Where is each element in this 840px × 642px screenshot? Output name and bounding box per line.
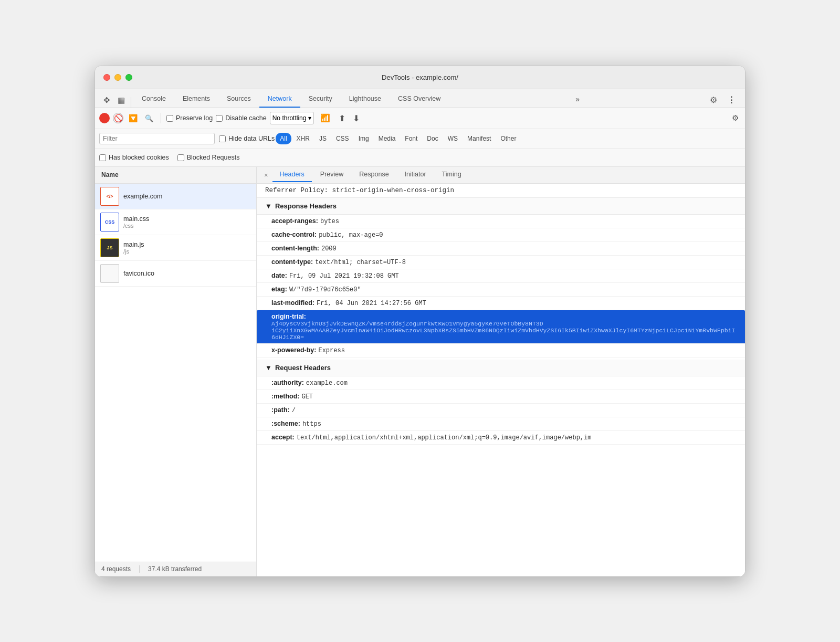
- disable-cache-label: Disable cache: [225, 114, 267, 122]
- hide-data-urls-checkbox[interactable]: [219, 135, 226, 142]
- layout-tool-button[interactable]: ▦: [114, 93, 129, 108]
- request-path-main-css: /css: [123, 223, 251, 229]
- hide-data-urls-text: Hide data URLs: [228, 135, 275, 142]
- right-tab-initiator[interactable]: Initiator: [397, 167, 434, 182]
- title-bar: DevTools - example.com/: [95, 66, 745, 89]
- menu-button[interactable]: ⋮: [724, 93, 739, 108]
- header-val-scheme: https: [302, 420, 321, 428]
- filter-chip-ws[interactable]: WS: [444, 133, 462, 144]
- header-key-method: :method:: [271, 393, 299, 400]
- header-etag: etag: W/"7d9-179d76c65e0": [257, 283, 745, 297]
- filter-chip-doc[interactable]: Doc: [423, 133, 442, 144]
- header-val-origin-trial: Aj4DysCv3VjknU3jJvkDEwnQZK/vmse4rdd8jZog…: [271, 320, 737, 341]
- header-val-authority: example.com: [306, 380, 348, 387]
- wifi-icon-button[interactable]: 📶: [317, 111, 333, 125]
- filter-chip-xhr[interactable]: XHR: [292, 133, 314, 144]
- filter-chip-media[interactable]: Media: [374, 133, 400, 144]
- download-button[interactable]: ⬇: [351, 112, 362, 124]
- has-blocked-cookies-label[interactable]: Has blocked cookies: [99, 154, 169, 161]
- header-key-accept: accept:: [271, 434, 295, 441]
- left-panel: Name </> example.com CSS main.css /css: [95, 167, 257, 576]
- tab-css-overview[interactable]: CSS Overview: [390, 91, 449, 108]
- disable-cache-checkbox[interactable]: [216, 115, 223, 122]
- network-settings-button[interactable]: ⚙: [730, 111, 741, 125]
- header-scheme: :scheme: https: [257, 417, 745, 431]
- request-item-main-js[interactable]: JS main.js /js: [95, 235, 256, 261]
- filter-chip-css[interactable]: CSS: [332, 133, 353, 144]
- header-accept: accept: text/html,application/xhtml+xml,…: [257, 431, 745, 445]
- throttle-select[interactable]: No throttling ▾: [270, 112, 314, 124]
- blocked-requests-checkbox[interactable]: [177, 154, 184, 161]
- headers-content: Referrer Policy: strict-origin-when-cros…: [257, 184, 745, 576]
- tab-console[interactable]: Console: [133, 91, 174, 108]
- request-info-main-css: main.css /css: [123, 215, 251, 229]
- header-val-date: Fri, 09 Jul 2021 19:32:08 GMT: [289, 272, 399, 280]
- blocked-requests-label[interactable]: Blocked Requests: [177, 154, 240, 161]
- search-button[interactable]: 🔍: [143, 113, 155, 123]
- tabs-bar: ✥ ▦ Console Elements Sources Network Sec…: [95, 89, 745, 108]
- blocked-row: Has blocked cookies Blocked Requests: [95, 149, 745, 167]
- header-accept-ranges: accept-ranges: bytes: [257, 215, 745, 228]
- header-last-modified: last-modified: Fri, 04 Jun 2021 14:27:56…: [257, 297, 745, 310]
- close-button[interactable]: [103, 74, 110, 81]
- header-cache-control: cache-control: public, max-age=0: [257, 228, 745, 242]
- disable-cache-checkbox-label[interactable]: Disable cache: [216, 114, 267, 122]
- tab-security[interactable]: Security: [300, 91, 341, 108]
- filter-chip-other[interactable]: Other: [496, 133, 520, 144]
- right-tab-response[interactable]: Response: [352, 167, 396, 182]
- tab-sources[interactable]: Sources: [218, 91, 259, 108]
- tab-lighthouse[interactable]: Lighthouse: [341, 91, 390, 108]
- clear-button[interactable]: 🚫: [113, 113, 123, 123]
- maximize-button[interactable]: [125, 74, 132, 81]
- header-val-content-length: 2009: [321, 245, 337, 252]
- request-item-main-css[interactable]: CSS main.css /css: [95, 209, 256, 235]
- filter-chip-img[interactable]: Img: [354, 133, 373, 144]
- filter-chip-font[interactable]: Font: [401, 133, 422, 144]
- right-tab-headers[interactable]: Headers: [272, 167, 312, 182]
- header-val-content-type: text/html; charset=UTF-8: [315, 259, 406, 266]
- settings-button[interactable]: ⚙: [706, 93, 721, 108]
- header-val-x-powered-by: Express: [318, 347, 344, 354]
- request-headers-section-title[interactable]: ▼ Request Headers: [257, 360, 745, 376]
- request-name-main-js: main.js: [123, 241, 251, 248]
- tab-network[interactable]: Network: [259, 91, 300, 108]
- record-button[interactable]: [99, 113, 110, 123]
- throttle-arrow-icon: ▾: [308, 114, 311, 122]
- right-tab-preview[interactable]: Preview: [313, 167, 351, 182]
- tab-elements[interactable]: Elements: [174, 91, 218, 108]
- request-info-example-com: example.com: [123, 193, 251, 200]
- request-item-favicon[interactable]: favicon.ico: [95, 261, 256, 287]
- upload-button[interactable]: ⬆: [337, 112, 348, 124]
- preserve-log-checkbox-label[interactable]: Preserve log: [166, 114, 213, 122]
- traffic-lights: [103, 74, 132, 81]
- request-section-label: Request Headers: [275, 364, 331, 372]
- cursor-tool-button[interactable]: ✥: [99, 93, 114, 108]
- filter-row: Hide data URLs All XHR JS CSS Img Media …: [95, 129, 745, 149]
- request-item-example-com[interactable]: </> example.com: [95, 184, 256, 209]
- filter-button[interactable]: 🔽: [127, 113, 140, 123]
- filter-input[interactable]: [99, 133, 215, 144]
- request-icon-html: </>: [100, 187, 119, 206]
- more-tabs-button[interactable]: »: [571, 91, 584, 108]
- minimize-button[interactable]: [114, 74, 121, 81]
- close-details-button[interactable]: ×: [261, 167, 271, 182]
- response-headers-section-title[interactable]: ▼ Response Headers: [257, 198, 745, 215]
- has-blocked-cookies-checkbox[interactable]: [99, 154, 106, 161]
- header-val-method: GET: [301, 393, 313, 401]
- main-content: Name </> example.com CSS main.css /css: [95, 167, 745, 576]
- request-name-main-css: main.css: [123, 215, 251, 223]
- filter-chip-all[interactable]: All: [276, 133, 291, 144]
- header-key-path: :path:: [271, 406, 290, 414]
- filter-chip-js[interactable]: JS: [315, 133, 331, 144]
- request-name-favicon: favicon.ico: [123, 270, 251, 277]
- devtools-window: DevTools - example.com/ ✥ ▦ Console Elem…: [94, 66, 746, 577]
- request-info-main-js: main.js /js: [123, 241, 251, 255]
- filter-chip-manifest[interactable]: Manifest: [463, 133, 495, 144]
- status-bar: 4 requests 37.4 kB transferred: [95, 562, 256, 576]
- header-key-content-type: content-type:: [271, 258, 313, 266]
- referrer-policy-row: Referrer Policy: strict-origin-when-cros…: [257, 184, 745, 198]
- hide-data-urls-label[interactable]: Hide data URLs: [219, 135, 275, 142]
- preserve-log-checkbox[interactable]: [166, 115, 173, 122]
- right-tab-timing[interactable]: Timing: [435, 167, 469, 182]
- request-info-favicon: favicon.ico: [123, 270, 251, 277]
